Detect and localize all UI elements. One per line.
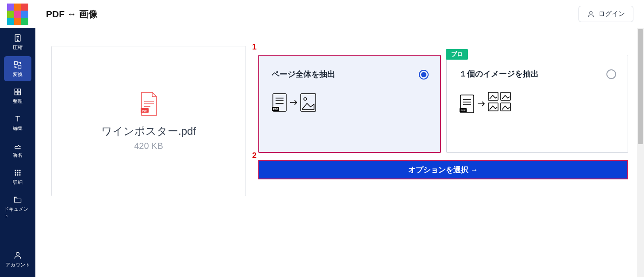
svg-rect-1 <box>15 62 18 65</box>
svg-rect-5 <box>15 92 17 95</box>
nav-label: アカウント <box>6 262 30 268</box>
choose-option-button[interactable]: オプションを選択 → <box>258 160 628 179</box>
option-extract-images[interactable]: プロ １個のイメージを抽出 PDF <box>446 55 628 153</box>
nav-sign[interactable]: 署名 <box>4 137 31 162</box>
nav-label: 詳細 <box>13 179 23 186</box>
nav-compress[interactable]: 圧縮 <box>4 29 31 54</box>
option-illustration: PDF <box>459 91 615 121</box>
svg-point-7 <box>15 170 16 171</box>
more-icon <box>13 168 22 177</box>
option-title: １個のイメージを抽出 <box>459 68 615 79</box>
file-name: ワインポスター.pdf <box>101 124 196 138</box>
file-size: 420 KB <box>134 141 163 151</box>
user-icon <box>587 10 595 18</box>
file-icon: PDF <box>139 91 158 118</box>
content: PDF ワインポスター.pdf 420 KB 1 2 ページ全体を抽出 <box>35 28 644 277</box>
annotation-1: 1 <box>252 42 257 52</box>
option-extract-pages[interactable]: ページ全体を抽出 PDF <box>258 55 441 153</box>
svg-rect-6 <box>18 92 21 95</box>
svg-point-30 <box>304 98 307 100</box>
file-card: PDF ワインポスター.pdf 420 KB <box>51 46 246 196</box>
nav-convert[interactable]: 変換 <box>4 56 31 81</box>
svg-rect-29 <box>301 94 316 111</box>
nav-documents[interactable]: ドキュメント <box>4 191 31 223</box>
nav-label: 整理 <box>13 98 23 105</box>
scrollbar-thumb[interactable] <box>638 29 643 144</box>
nav-label: ドキュメント <box>4 206 31 219</box>
convert-icon <box>13 61 22 69</box>
svg-point-10 <box>15 172 16 173</box>
svg-rect-3 <box>15 89 17 91</box>
nav-organize[interactable]: 整理 <box>4 83 31 108</box>
radio-selected[interactable] <box>419 70 429 80</box>
sign-icon <box>13 141 22 150</box>
svg-point-11 <box>17 172 18 173</box>
option-title: ページ全体を抽出 <box>272 69 428 80</box>
cta-label: オプションを選択 → <box>408 165 478 175</box>
app-logo[interactable] <box>0 0 35 28</box>
svg-point-9 <box>19 170 20 171</box>
login-button[interactable]: ログイン <box>579 6 633 22</box>
page-title: PDF ↔ 画像 <box>46 8 98 20</box>
svg-point-15 <box>19 174 20 175</box>
sidebar: 圧縮 変換 整理 編集 署名 詳細 ドキュメント アカウント <box>0 0 35 277</box>
svg-rect-4 <box>18 89 21 91</box>
options-row: ページ全体を抽出 PDF <box>258 55 628 153</box>
topbar: PDF ↔ 画像 ログイン <box>35 0 644 28</box>
svg-rect-2 <box>18 65 21 68</box>
nav-label: 編集 <box>13 125 23 132</box>
account-icon <box>13 251 22 260</box>
edit-icon <box>13 114 22 123</box>
pro-badge: プロ <box>446 49 468 60</box>
nav-edit[interactable]: 編集 <box>4 110 31 135</box>
organize-icon <box>13 87 22 96</box>
annotation-2: 2 <box>252 151 257 160</box>
svg-point-16 <box>16 252 19 255</box>
svg-text:PDF: PDF <box>461 109 466 112</box>
svg-point-17 <box>590 11 592 14</box>
nav-label: 署名 <box>13 152 23 159</box>
nav-label: 変換 <box>13 71 23 78</box>
documents-icon <box>13 195 22 204</box>
svg-text:PDF: PDF <box>142 110 147 112</box>
option-illustration: PDF <box>272 91 428 117</box>
svg-point-14 <box>17 174 18 175</box>
svg-point-13 <box>15 174 16 175</box>
nav-more[interactable]: 詳細 <box>4 164 31 189</box>
options-column: 1 2 ページ全体を抽出 PDF <box>258 46 628 259</box>
svg-text:PDF: PDF <box>273 108 279 110</box>
login-label: ログイン <box>598 10 625 18</box>
radio-unselected[interactable] <box>606 69 616 79</box>
main: PDF ↔ 画像 ログイン PDF ワインポスター.pdf 420 KB <box>35 0 644 277</box>
svg-point-8 <box>17 170 18 171</box>
compress-icon <box>13 34 22 42</box>
svg-point-12 <box>19 172 20 173</box>
scrollbar[interactable] <box>637 28 644 277</box>
nav-account[interactable]: アカウント <box>4 247 31 272</box>
nav-label: 圧縮 <box>13 44 23 51</box>
